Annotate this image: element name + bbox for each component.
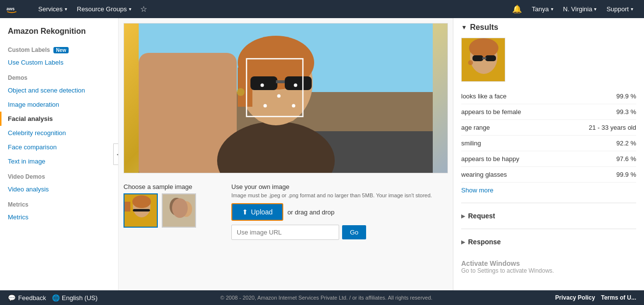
upload-button[interactable]: ⬆ Upload bbox=[231, 203, 283, 221]
user-menu[interactable]: Tanya ▾ bbox=[527, 0, 558, 18]
svg-text:aws: aws bbox=[6, 6, 15, 11]
support-chevron-icon: ▾ bbox=[631, 6, 633, 12]
sidebar-item-text-in-image[interactable]: Text in image bbox=[0, 154, 118, 168]
upload-icon: ⬆ bbox=[242, 208, 248, 216]
svg-point-21 bbox=[277, 94, 281, 98]
result-value-2: 21 - 33 years old bbox=[589, 124, 636, 131]
app-container: Amazon Rekognition Custom Labels New Use… bbox=[0, 18, 644, 290]
result-label-1: appears to be female bbox=[461, 108, 521, 116]
demo-image bbox=[124, 23, 447, 173]
region-menu[interactable]: N. Virginia ▾ bbox=[558, 0, 602, 18]
sidebar-item-facial-analysis[interactable]: Facial analysis bbox=[0, 112, 118, 126]
sample-images-section: Choose a sample image bbox=[124, 183, 222, 228]
sample-images-label: Choose a sample image bbox=[124, 183, 222, 190]
sidebar-item-object-scene[interactable]: Object and scene detection bbox=[0, 83, 118, 97]
sample-thumbs bbox=[124, 193, 222, 228]
svg-point-19 bbox=[261, 84, 264, 87]
favorites-icon[interactable]: ☆ bbox=[136, 4, 151, 14]
sidebar-item-use-custom-labels[interactable]: Use Custom Labels bbox=[0, 55, 118, 70]
divider-1 bbox=[461, 203, 636, 203]
svg-point-20 bbox=[294, 84, 297, 87]
notifications-icon[interactable]: 🔔 bbox=[507, 4, 527, 14]
upload-label: Use your own image bbox=[231, 183, 448, 190]
region-chevron-icon: ▾ bbox=[594, 6, 596, 12]
services-chevron-icon: ▾ bbox=[65, 6, 67, 12]
result-label-0: looks like a face bbox=[461, 93, 507, 100]
svg-point-33 bbox=[172, 198, 188, 218]
thumb2-image bbox=[163, 194, 196, 228]
sidebar-item-video-analysis[interactable]: Video analysis bbox=[0, 182, 118, 196]
response-title: Response bbox=[468, 238, 501, 246]
metrics-section-header: Metrics bbox=[0, 196, 118, 210]
results-header[interactable]: ▼ Results bbox=[461, 23, 636, 32]
result-value-4: 97.6 % bbox=[617, 155, 636, 163]
sample-thumb-1[interactable] bbox=[124, 193, 158, 228]
result-row: appears to be female 99.3 % bbox=[461, 104, 636, 120]
result-value-0: 99.9 % bbox=[617, 93, 636, 100]
go-button[interactable]: Go bbox=[342, 225, 366, 239]
result-label-2: age range bbox=[461, 124, 490, 131]
svg-point-27 bbox=[132, 195, 151, 208]
services-nav[interactable]: Services ▾ bbox=[33, 0, 72, 18]
response-section[interactable]: ▶ Response bbox=[461, 234, 636, 250]
svg-rect-29 bbox=[124, 202, 130, 211]
result-value-5: 99.9 % bbox=[617, 171, 636, 178]
svg-rect-14 bbox=[238, 68, 252, 107]
sidebar-item-celebrity-recognition[interactable]: Celebrity recognition bbox=[0, 126, 118, 140]
user-chevron-icon: ▾ bbox=[551, 6, 553, 12]
resource-groups-nav[interactable]: Resource Groups ▾ bbox=[72, 0, 136, 18]
request-section[interactable]: ▶ Request bbox=[461, 208, 636, 224]
sidebar: Amazon Rekognition Custom Labels New Use… bbox=[0, 18, 119, 290]
svg-point-23 bbox=[292, 104, 296, 108]
result-value-1: 99.3 % bbox=[617, 108, 636, 116]
svg-rect-37 bbox=[472, 55, 483, 61]
svg-point-40 bbox=[468, 60, 473, 65]
controls-area: Choose a sample image bbox=[124, 178, 448, 245]
or-drag-text: or drag and drop bbox=[287, 209, 334, 216]
request-chevron-icon: ▶ bbox=[461, 213, 465, 219]
result-label-3: smiling bbox=[461, 140, 481, 147]
sidebar-collapse-button[interactable]: ◀ bbox=[113, 143, 119, 165]
aws-logo[interactable]: aws bbox=[6, 3, 25, 15]
svg-point-22 bbox=[264, 104, 267, 108]
sidebar-item-metrics[interactable]: Metrics bbox=[0, 210, 118, 224]
nav-right-section: 🔔 Tanya ▾ N. Virginia ▾ Support ▾ bbox=[507, 0, 638, 18]
demos-section-header: Demos bbox=[0, 70, 118, 83]
result-row: age range 21 - 33 years old bbox=[461, 120, 636, 136]
custom-labels-section-header: Custom Labels New bbox=[0, 42, 118, 55]
svg-rect-15 bbox=[250, 76, 277, 90]
sidebar-item-face-comparison[interactable]: Face comparison bbox=[0, 140, 118, 154]
sample-thumb-2[interactable] bbox=[162, 193, 196, 228]
results-rows: looks like a face 99.9 % appears to be f… bbox=[461, 89, 636, 183]
show-more-link[interactable]: Show more bbox=[461, 183, 636, 198]
result-row: appears to be happy 97.6 % bbox=[461, 151, 636, 167]
svg-rect-17 bbox=[276, 80, 285, 83]
results-title: Results bbox=[470, 23, 498, 32]
activate-windows-title: Activate Windows bbox=[461, 259, 636, 267]
support-menu[interactable]: Support ▾ bbox=[601, 0, 638, 18]
svg-point-36 bbox=[469, 38, 498, 58]
result-value-3: 92.2 % bbox=[617, 140, 636, 147]
resource-groups-chevron-icon: ▾ bbox=[129, 6, 131, 12]
result-row: smiling 92.2 % bbox=[461, 136, 636, 151]
url-input[interactable] bbox=[231, 225, 339, 240]
sidebar-title: Amazon Rekognition bbox=[0, 18, 118, 42]
demo-svg-image bbox=[124, 23, 447, 173]
results-chevron-icon: ▼ bbox=[461, 24, 467, 31]
result-row: looks like a face 99.9 % bbox=[461, 89, 636, 104]
upload-row: ⬆ Upload or drag and drop bbox=[231, 203, 448, 221]
svg-point-24 bbox=[237, 88, 245, 96]
url-row: Go bbox=[231, 225, 448, 240]
request-title: Request bbox=[468, 212, 495, 220]
demo-image-area bbox=[124, 23, 448, 173]
result-row: wearing glasses 99.9 % bbox=[461, 167, 636, 183]
sidebar-item-image-moderation[interactable]: Image moderation bbox=[0, 97, 118, 112]
top-navigation: aws Services ▾ Resource Groups ▾ ☆ 🔔 Tan… bbox=[0, 0, 644, 18]
svg-rect-38 bbox=[485, 55, 496, 61]
thumb1-image bbox=[124, 194, 158, 228]
response-chevron-icon: ▶ bbox=[461, 239, 465, 245]
main-content: Choose a sample image bbox=[119, 18, 453, 290]
video-demos-section-header: Video Demos bbox=[0, 168, 118, 182]
result-thumbnail bbox=[461, 38, 505, 82]
activate-windows-subtitle: Go to Settings to activate Windows. bbox=[461, 267, 636, 274]
